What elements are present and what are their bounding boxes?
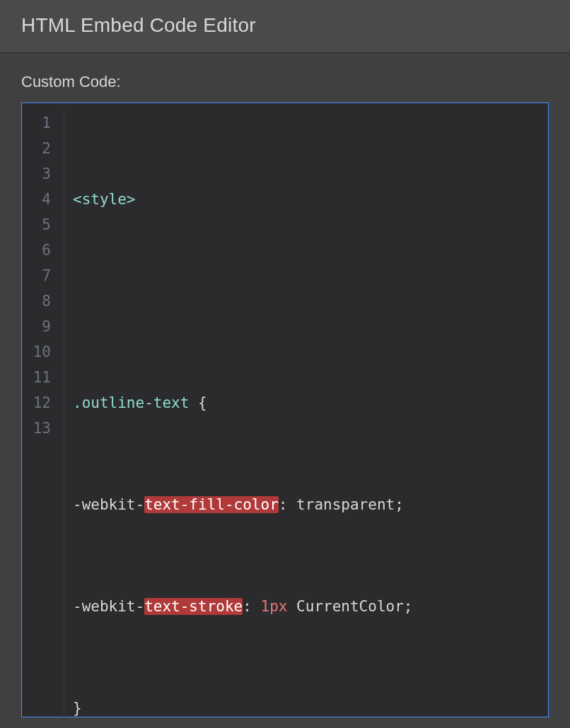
brace: } <box>73 700 82 717</box>
titlebar: HTML Embed Code Editor <box>0 0 570 53</box>
page-title: HTML Embed Code Editor <box>21 14 549 37</box>
line-number: 9 <box>22 314 51 339</box>
brace: { <box>189 394 207 411</box>
colon: : <box>243 598 260 615</box>
line-number: 3 <box>22 161 51 187</box>
colon: : <box>279 496 296 513</box>
property-prefix: -webkit- <box>73 598 144 615</box>
selector: .outline-text <box>73 394 189 411</box>
property-prefix: -webkit- <box>73 496 144 513</box>
code-line[interactable]: -webkit-text-stroke: 1px CurrentColor; <box>73 594 548 619</box>
line-number: 11 <box>22 365 51 390</box>
value: CurrentColor <box>287 598 403 615</box>
custom-code-section: Custom Code: 1 2 3 4 5 6 7 8 9 10 11 12 … <box>0 53 570 717</box>
semicolon: ; <box>404 598 413 615</box>
property-error: text-fill-color <box>144 496 279 513</box>
code-editor-inner[interactable]: 1 2 3 4 5 6 7 8 9 10 11 12 13 <style> <box>22 103 548 728</box>
code-line[interactable]: <style> <box>73 187 548 212</box>
line-number-gutter: 1 2 3 4 5 6 7 8 9 10 11 12 13 <box>22 110 64 728</box>
code-area[interactable]: <style> .outline-text { -webkit-text-fil… <box>64 110 548 728</box>
line-number: 13 <box>22 416 51 441</box>
line-number: 10 <box>22 339 51 365</box>
code-line[interactable] <box>73 288 548 314</box>
line-number: 1 <box>22 110 51 136</box>
code-editor[interactable]: 1 2 3 4 5 6 7 8 9 10 11 12 13 <style> <box>21 102 549 717</box>
code-line[interactable]: } <box>73 695 548 721</box>
style-open-tag: <style> <box>73 191 136 208</box>
line-number: 12 <box>22 390 51 416</box>
line-number: 4 <box>22 187 51 212</box>
section-label: Custom Code: <box>21 73 549 91</box>
code-line[interactable]: .outline-text { <box>73 390 548 416</box>
code-line[interactable]: -webkit-text-fill-color: transparent; <box>73 492 548 517</box>
line-number: 7 <box>22 263 51 288</box>
semicolon: ; <box>395 496 404 513</box>
value-number: 1px <box>261 598 288 615</box>
line-number: 6 <box>22 237 51 263</box>
line-number: 8 <box>22 288 51 314</box>
value: transparent <box>296 496 395 513</box>
line-number: 5 <box>22 212 51 237</box>
line-number: 2 <box>22 136 51 161</box>
property-error: text-stroke <box>144 598 243 615</box>
